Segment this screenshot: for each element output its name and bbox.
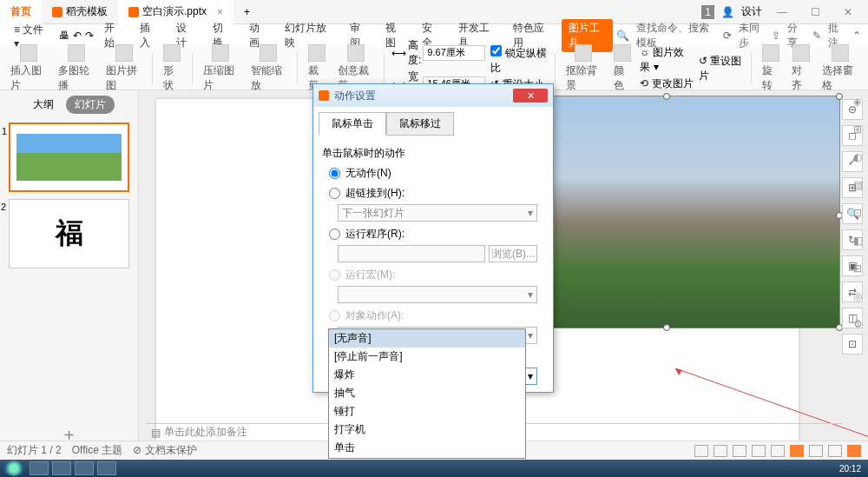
taskbar-item[interactable] (97, 461, 116, 475)
taskbar-item[interactable] (52, 461, 71, 475)
thumb-number: 1 (2, 126, 7, 136)
lock-ratio-checkbox[interactable]: 锁定纵横比 (490, 45, 547, 76)
taskbar-item[interactable] (30, 461, 49, 475)
run-input (338, 245, 485, 262)
remove-bg-button[interactable]: 抠除背景 (562, 43, 605, 95)
hyperlink-combo: 下一张幻灯片▾ (338, 204, 537, 222)
start-button[interactable] (3, 460, 24, 476)
badge: 1 (701, 5, 714, 19)
clock[interactable]: 20:12 (832, 464, 868, 474)
align-button[interactable]: 对齐 (788, 43, 813, 95)
rotate-button[interactable]: 旋转 (759, 43, 784, 95)
compress-button[interactable]: 压缩图片 (200, 43, 242, 95)
chevron-down-icon: ▾ (528, 207, 533, 219)
chevron-down-icon: ▾ (528, 288, 533, 301)
sound-dropdown[interactable]: [无声音] [停止前一声音] 爆炸 抽气 锤打 打字机 单击 电压 风铃 风声 (328, 328, 526, 459)
outline-tab[interactable]: 大纲 (24, 96, 62, 114)
dropdown-item[interactable]: 电压 (329, 457, 525, 459)
view-icon[interactable] (828, 445, 842, 457)
qat-icon[interactable]: ↶ (73, 30, 82, 42)
close-icon[interactable]: × (217, 6, 223, 18)
theme-label: Office 主题 (72, 443, 122, 458)
panel-icon[interactable]: ⊟ (853, 262, 865, 275)
panel-icon[interactable]: ⊡ (853, 207, 865, 219)
view-icon[interactable] (752, 445, 766, 457)
notes-placeholder[interactable]: 单击此处添加备注 (164, 425, 247, 440)
height-text: 高度: (408, 38, 421, 68)
view-icon[interactable] (771, 445, 785, 457)
dropdown-item[interactable]: 爆炸 (329, 366, 525, 384)
resize-handle[interactable] (663, 93, 670, 100)
multi-pic-button[interactable]: 多图轮播 (55, 43, 97, 95)
share-icon[interactable]: ⇪ (772, 30, 780, 42)
panel-icon[interactable]: ⚙ (853, 318, 865, 330)
maximize-button[interactable]: ☐ (802, 3, 828, 21)
height-input[interactable] (423, 45, 485, 61)
qat-icon[interactable]: 🖶 (59, 30, 69, 42)
dropdown-item[interactable]: 单击 (329, 439, 525, 457)
panel-icon[interactable]: ◎ (853, 290, 865, 302)
chevron-down-icon: ▾ (528, 370, 533, 382)
panel-icon[interactable]: ▤ (853, 179, 865, 191)
shape-button[interactable]: 形状 (160, 43, 185, 95)
chevron-down-icon: ▾ (528, 329, 533, 341)
browse-button: 浏览(B)... (489, 245, 537, 262)
radio-none[interactable]: 无动作(N) (329, 166, 544, 181)
view-icon[interactable] (733, 445, 746, 457)
view-icon[interactable] (694, 445, 708, 457)
insert-pic-button[interactable]: 插入图片 (7, 43, 49, 95)
design-label[interactable]: 设计 (741, 4, 762, 19)
panel-icon[interactable]: ◈ (853, 96, 865, 108)
radio-object: 对象动作(A): (329, 308, 544, 323)
tab-click[interactable]: 鼠标单击 (319, 112, 386, 136)
reset-pic-button[interactable]: ↺ 重设图片 (699, 54, 745, 83)
slide-thumb-1[interactable]: 1 (9, 123, 129, 192)
doc-icon (128, 7, 139, 17)
play-icon[interactable] (790, 445, 804, 457)
slide-thumb-2[interactable]: 2福 (9, 199, 129, 268)
dropdown-item[interactable]: [无声音] (329, 329, 525, 348)
taskbar-item[interactable] (75, 461, 94, 475)
selection-pane-button[interactable]: 选择窗格 (819, 43, 861, 95)
view-icon[interactable] (809, 445, 823, 457)
height-label: ⟷ (391, 47, 406, 59)
tab-hover[interactable]: 鼠标移过 (386, 112, 454, 136)
color-button[interactable]: 颜色 (610, 43, 635, 95)
user-icon[interactable]: 👤 (721, 6, 734, 18)
thumb-number: 2 (1, 202, 6, 212)
view-icon[interactable] (713, 445, 727, 457)
minimize-button[interactable]: — (769, 3, 795, 21)
doc-icon (52, 7, 62, 17)
radio-run[interactable]: 运行程序(R): (329, 227, 544, 242)
slide-counter: 幻灯片 1 / 2 (7, 443, 62, 458)
sync-icon[interactable]: ⟳ (723, 30, 732, 42)
resize-handle[interactable] (663, 324, 670, 331)
collapse-icon[interactable]: ⌃ (852, 30, 861, 42)
puzzle-button[interactable]: 图片拼图 (102, 43, 145, 95)
pic-effect-button[interactable]: ☼ 图片效果 ▾ (640, 45, 693, 75)
dropdown-item[interactable]: 打字机 (329, 421, 525, 439)
dropdown-item[interactable]: [停止前一声音] (329, 348, 525, 366)
radio-macro: 运行宏(M): (329, 268, 544, 282)
dropdown-item[interactable]: 抽气 (329, 384, 525, 402)
search-icon[interactable]: 🔍 (616, 30, 629, 42)
thumb-preview (16, 134, 122, 180)
comment-icon[interactable]: ✎ (812, 30, 821, 42)
smart-resize-button[interactable]: 智能缩放 (247, 43, 290, 95)
radio-hyperlink[interactable]: 超链接到(H): (329, 186, 544, 201)
close-button[interactable]: ✕ (835, 3, 861, 21)
panel-icon[interactable]: ◧ (853, 235, 865, 247)
dropdown-item[interactable]: 锤打 (329, 402, 525, 421)
notes-icon: ▤ (151, 427, 161, 439)
panel-icon[interactable]: ◐ (853, 151, 865, 163)
dialog-close-button[interactable]: ✕ (513, 89, 548, 103)
dialog-title: 动作设置 (334, 89, 376, 103)
slides-tab[interactable]: 幻灯片 (66, 96, 115, 114)
play-icon[interactable] (847, 445, 861, 457)
protect-icon[interactable]: ⊘ 文档未保护 (133, 443, 196, 458)
qat-icon[interactable]: ↷ (85, 30, 94, 42)
change-pic-button[interactable]: ⟲ 更改图片 (640, 76, 693, 91)
panel-icon[interactable]: ⊞ (853, 123, 865, 136)
macro-combo: ▾ (338, 286, 537, 303)
dialog-icon (319, 90, 329, 101)
